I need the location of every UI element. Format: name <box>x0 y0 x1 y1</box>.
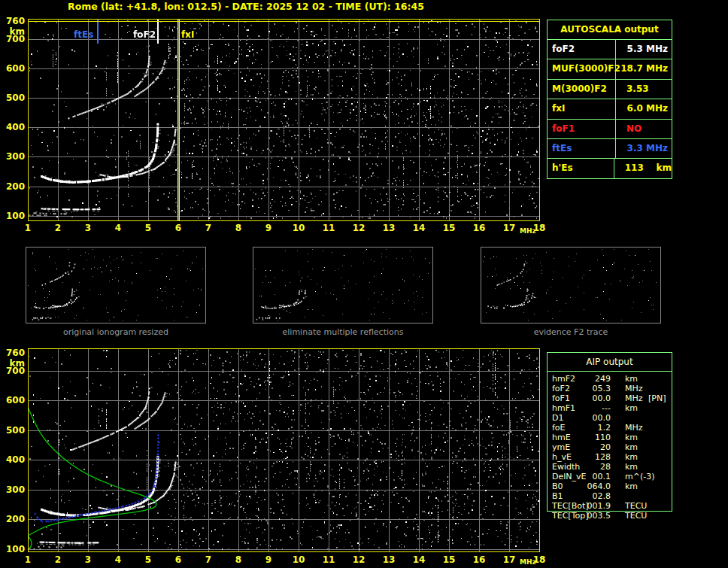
x-tick-label: 7 <box>199 554 217 565</box>
aip-row: hmF1---km <box>547 403 672 413</box>
x-tick-label: 10 <box>290 223 308 233</box>
page-title: Rome (lat: +41.8, lon: 012.5) - DATE: 20… <box>68 1 424 12</box>
aip-row-unit: km <box>625 452 638 462</box>
x-tick-label: 4 <box>109 554 127 565</box>
aip-row-value: 28 <box>581 462 611 472</box>
mini-ionogram-panel <box>253 247 433 323</box>
aip-row: B0064.0km <box>547 481 672 491</box>
y-tick-label: 300 <box>2 151 25 162</box>
aip-row-label: ymE <box>552 442 570 452</box>
marker-label-ftes: ftEs <box>74 30 93 39</box>
x-tick-label: 16 <box>470 223 488 233</box>
y-tick-label: 600 <box>2 395 25 405</box>
table-row: fxI 6.0 MHz <box>548 99 672 119</box>
aip-row-label: B0 <box>552 481 563 491</box>
autoscala-row-label: fxI <box>548 99 616 118</box>
autoscala-row-value: 6.0 MHz <box>616 99 672 118</box>
x-tick-label: 3 <box>79 223 97 233</box>
aip-row-label: foF1 <box>552 393 570 403</box>
x-tick-label: 12 <box>350 223 368 233</box>
autoscala-ionogram-screen: Rome (lat: +41.8, lon: 012.5) - DATE: 20… <box>0 0 728 568</box>
marker-label-fxi: fxI <box>181 30 194 39</box>
x-tick-label: 8 <box>229 223 247 233</box>
x-tick-label: 7 <box>199 223 217 233</box>
aip-row: foF100.0MHz[PN] <box>547 393 672 403</box>
bottom-ionogram-plot <box>28 348 540 552</box>
x-tick-label: 1 <box>19 554 37 565</box>
aip-row-value: 20 <box>581 442 611 452</box>
aip-row-unit: MHz <box>625 423 643 433</box>
aip-row-value: 110 <box>581 433 611 442</box>
x-tick-label: 11 <box>320 223 338 233</box>
aip-row: ymE20km <box>547 442 672 452</box>
x-tick-label: 13 <box>380 554 398 565</box>
x-tick-label: 15 <box>440 554 458 565</box>
aip-row-unit: km <box>625 433 638 442</box>
x-tick-label: 9 <box>259 223 278 233</box>
x-tick-label: 17 <box>500 554 518 565</box>
panel-caption-original: original ionogram resized <box>26 327 205 337</box>
aip-row-value: 128 <box>581 452 611 462</box>
x-tick-label: 1 <box>19 223 37 233</box>
table-row: h'Es 113 km <box>548 159 672 178</box>
aip-row-value: 00.0 <box>581 413 611 423</box>
y-tick-label: 500 <box>2 93 25 103</box>
x-tick-label: 6 <box>169 223 187 233</box>
x-tick-label: 2 <box>49 554 67 565</box>
x-tick-label: 4 <box>109 223 127 233</box>
x-tick-label: 15 <box>440 223 458 233</box>
aip-rows: hmF2249kmfoF205.3MHzfoF100.0MHz[PN]hmF1-… <box>547 374 672 521</box>
y-tick-label: 400 <box>2 122 25 132</box>
table-row: ftEs 3.3 MHz <box>548 139 672 159</box>
y-tick-label: 100 <box>2 211 25 221</box>
aip-row: B102.8 <box>547 491 672 501</box>
aip-row-label: hmF1 <box>552 403 575 413</box>
bottom-x-unit-label: MHz <box>520 558 536 566</box>
aip-row: DelN_vE00.1m^(-3) <box>547 472 672 481</box>
x-tick-label: 2 <box>49 223 67 233</box>
autoscala-row-value: 3.53 <box>616 80 672 99</box>
aip-row-unit: km <box>625 481 638 491</box>
aip-row-note: [PN] <box>648 393 666 403</box>
y-axis-unit-label: km <box>2 26 25 37</box>
x-tick-label: 3 <box>79 554 97 565</box>
autoscala-table-title: AUTOSCALA output <box>548 20 672 40</box>
aip-table-title: AIP output <box>548 353 672 372</box>
aip-row-value: 02.8 <box>581 491 611 501</box>
autoscala-row-value: 5.3 MHz <box>616 40 672 59</box>
mini-ionogram-panel <box>481 247 661 323</box>
aip-row-label: h_vE <box>552 452 572 462</box>
y-axis-unit-label: km <box>2 358 25 369</box>
autoscala-row-label: M(3000)F2 <box>548 80 616 99</box>
table-row: M(3000)F2 3.53 <box>548 80 672 99</box>
aip-row: foE1.2MHz <box>547 423 672 433</box>
x-tick-label: 10 <box>290 554 308 565</box>
aip-row: TEC[Top]003.5TECU <box>547 511 672 521</box>
y-tick-label: 300 <box>2 484 25 495</box>
table-row: foF1 NO <box>548 120 672 139</box>
aip-row-value: 064.0 <box>581 481 611 491</box>
panel-caption-evidence: evidence F2 trace <box>481 327 660 337</box>
y-tick-label: 200 <box>2 514 25 524</box>
aip-row-value: 001.9 <box>581 501 611 511</box>
autoscala-row-label: MUF(3000)F2 <box>548 59 616 78</box>
autoscala-row-label: ftEs <box>548 139 616 158</box>
marker-label-fof2: foF2 <box>133 30 156 39</box>
x-tick-label: 6 <box>169 554 187 565</box>
autoscala-row-value: 18.7 MHz <box>616 59 672 78</box>
aip-row-unit: TECU <box>625 511 647 521</box>
aip-row-label: hmF2 <box>552 374 575 384</box>
x-tick-label: 12 <box>350 554 368 565</box>
aip-row: h_vE128km <box>547 452 672 462</box>
x-tick-label: 14 <box>410 223 428 233</box>
y-tick-label: 760 <box>2 348 25 358</box>
aip-row-label: D1 <box>552 413 563 423</box>
x-tick-label: 9 <box>259 554 278 565</box>
autoscala-output-table: AUTOSCALA output foF2 5.3 MHz MUF(3000)F… <box>547 20 672 179</box>
y-tick-label: 400 <box>2 454 25 465</box>
aip-row-unit: MHz <box>625 384 643 393</box>
x-tick-label: 14 <box>410 554 428 565</box>
aip-row: Ewidth28km <box>547 462 672 472</box>
mini-ionogram-canvas <box>481 248 660 323</box>
aip-row-unit: km <box>625 374 638 384</box>
